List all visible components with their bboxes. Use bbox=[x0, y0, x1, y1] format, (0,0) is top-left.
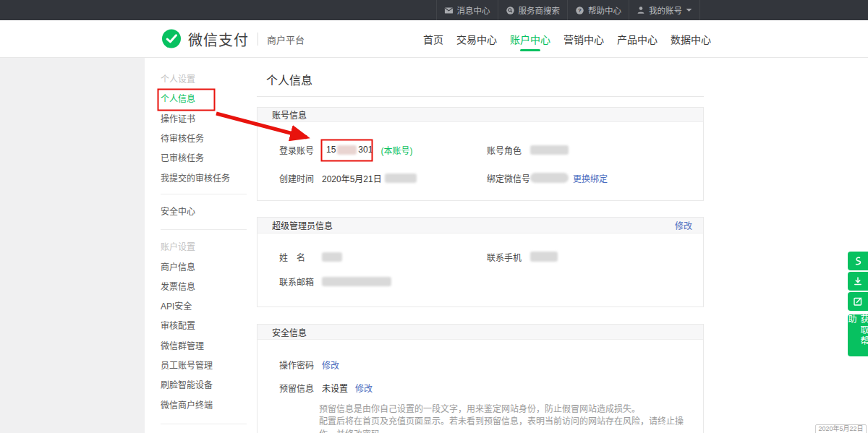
sidebar-group-account-settings: 账户设置 bbox=[145, 236, 250, 256]
operation-password-label: 操作密码 bbox=[279, 359, 322, 371]
security-info-card: 安全信息 操作密码 修改 预留信息 未设置 修改 预留 bbox=[257, 324, 704, 433]
brand: 微信支付 商户平台 bbox=[161, 20, 305, 58]
message-center-label: 消息中心 bbox=[457, 4, 490, 16]
created-time-label: 创建时间 bbox=[279, 172, 322, 184]
contact-phone-label: 联系手机 bbox=[487, 251, 530, 263]
redacted-contact-phone bbox=[530, 252, 558, 262]
contact-email-label: 联系邮箱 bbox=[279, 275, 322, 288]
redacted-account-role bbox=[530, 145, 569, 155]
service-provider-search-item[interactable]: 服务商搜索 bbox=[498, 0, 568, 20]
reserved-info-edit-link[interactable]: 修改 bbox=[355, 382, 373, 394]
title-rule bbox=[257, 96, 704, 97]
topbar-items: 消息中心 服务商搜索 ? 帮助中心 bbox=[436, 0, 701, 20]
caret-down-icon bbox=[686, 8, 692, 12]
current-account-note: (本账号) bbox=[380, 144, 412, 156]
nav-item-account-center[interactable]: 账户中心 bbox=[509, 20, 551, 58]
nav-item-data-center[interactable]: 数据中心 bbox=[670, 20, 712, 58]
date-tooltip: 2020年5月22日 bbox=[815, 424, 867, 433]
admin-name-label: 姓 名 bbox=[279, 251, 322, 263]
reserved-info-label: 预留信息 bbox=[279, 382, 322, 394]
redacted-login-middle bbox=[337, 145, 357, 155]
sidebar-item-my-submitted-review-tasks[interactable]: 我提交的审核任务 bbox=[145, 167, 250, 187]
super-admin-edit-link[interactable]: 修改 bbox=[675, 219, 692, 231]
help-center-item[interactable]: ? 帮助中心 bbox=[567, 0, 629, 20]
sidebar-divider bbox=[161, 229, 247, 230]
portal-label: 商户平台 bbox=[267, 33, 305, 46]
reserved-info-status: 未设置 bbox=[322, 382, 348, 394]
change-binding-link[interactable]: 更换绑定 bbox=[573, 172, 608, 184]
help-center-label: 帮助中心 bbox=[588, 4, 621, 16]
primary-nav: 首页 交易中心 账户中心 营销中心 产品中心 数据中心 bbox=[422, 20, 712, 58]
page-title: 个人信息 bbox=[266, 71, 312, 88]
topbar: 消息中心 服务商搜索 ? 帮助中心 bbox=[0, 0, 868, 20]
sidebar-divider bbox=[161, 424, 247, 424]
my-account-label: 我的账号 bbox=[649, 4, 682, 16]
floating-help-widget: 获取帮助 bbox=[848, 252, 868, 356]
sidebar-item-personal-info[interactable]: 个人信息 bbox=[145, 88, 250, 108]
sidebar-item-security-center[interactable]: 安全中心 bbox=[145, 201, 250, 220]
page: 消息中心 服务商搜索 ? 帮助中心 bbox=[0, 0, 868, 433]
get-help-button[interactable]: 获取帮助 bbox=[848, 314, 868, 356]
nav-item-marketing-center[interactable]: 营销中心 bbox=[563, 20, 605, 58]
s-link-icon bbox=[853, 256, 863, 266]
login-account-value: 15 301 bbox=[322, 140, 377, 159]
wechat-pay-logo-icon bbox=[161, 28, 182, 50]
user-icon bbox=[637, 6, 645, 14]
sidebar-item-merchant-info[interactable]: 商户信息 bbox=[145, 256, 250, 275]
quick-link-button[interactable] bbox=[848, 252, 868, 270]
redacted-contact-email bbox=[322, 277, 391, 286]
header: 微信支付 商户平台 首页 交易中心 账户中心 营销中心 产品中心 数据中心 bbox=[0, 20, 868, 58]
nav-item-transaction-center[interactable]: 交易中心 bbox=[456, 20, 498, 58]
service-provider-search-label: 服务商搜索 bbox=[519, 4, 561, 16]
account-role-label: 账号角色 bbox=[487, 144, 530, 156]
nav-item-product-center[interactable]: 产品中心 bbox=[616, 20, 658, 58]
download-button[interactable] bbox=[848, 272, 868, 291]
redacted-wechat-id bbox=[530, 173, 569, 183]
sidebar: 个人设置 个人信息 操作证书 待审核任务 已审核任务 我提交的审核任务 安全中心… bbox=[145, 58, 250, 431]
sidebar-item-wechat-group-management[interactable]: 微信群管理 bbox=[145, 335, 250, 355]
download-icon bbox=[853, 276, 863, 286]
sidebar-item-wechat-merchant-terminal[interactable]: 微信商户终端 bbox=[145, 394, 250, 413]
brand-name: 微信支付 bbox=[188, 29, 249, 50]
feedback-edit-icon bbox=[853, 296, 863, 306]
redacted-admin-name bbox=[322, 252, 342, 262]
sidebar-item-face-smart-device[interactable]: 刷脸智能设备 bbox=[145, 374, 250, 394]
nav-item-home[interactable]: 首页 bbox=[422, 20, 444, 58]
sidebar-item-review-config[interactable]: 审核配置 bbox=[145, 315, 250, 335]
my-account-item[interactable]: 我的账号 bbox=[629, 0, 700, 20]
sidebar-group-personal-settings: 个人设置 bbox=[145, 69, 250, 88]
mail-icon bbox=[444, 6, 454, 15]
reserved-info-description: 预留信息是由你自己设置的一段文字，用来鉴定网站身份，防止假冒网站造成损失。 配置… bbox=[319, 403, 699, 433]
sidebar-item-api-security[interactable]: API安全 bbox=[145, 296, 250, 315]
sidebar-item-reviewed-tasks[interactable]: 已审核任务 bbox=[145, 147, 250, 167]
sidebar-item-pending-review-tasks[interactable]: 待审核任务 bbox=[145, 128, 250, 147]
sidebar-item-staff-account-management[interactable]: 员工账号管理 bbox=[145, 355, 250, 374]
message-center-item[interactable]: 消息中心 bbox=[436, 0, 498, 20]
bound-wechat-label: 绑定微信号 bbox=[487, 172, 530, 184]
svg-text:?: ? bbox=[578, 7, 582, 14]
sidebar-divider bbox=[161, 194, 247, 194]
sidebar-item-operation-certificate[interactable]: 操作证书 bbox=[145, 108, 250, 128]
brand-separator bbox=[258, 33, 258, 46]
operation-password-edit-link[interactable]: 修改 bbox=[322, 359, 339, 371]
help-icon: ? bbox=[575, 6, 584, 15]
feedback-button[interactable] bbox=[848, 292, 868, 311]
security-info-header: 安全信息 bbox=[272, 326, 307, 338]
sidebar-item-invoice-info[interactable]: 发票信息 bbox=[145, 276, 250, 296]
search-icon bbox=[506, 6, 515, 15]
created-time-value: 2020年5月21日 bbox=[322, 172, 382, 184]
redacted-created-time bbox=[385, 173, 417, 183]
account-info-card: 账号信息 登录账号 15 301 (本账号) bbox=[257, 107, 704, 201]
super-admin-card: 超级管理员信息 修改 姓 名 联系手机 联系邮箱 bbox=[257, 217, 704, 307]
login-account-label: 登录账号 bbox=[279, 144, 322, 156]
super-admin-header: 超级管理员信息 bbox=[272, 219, 333, 231]
account-info-header: 账号信息 bbox=[272, 108, 307, 121]
